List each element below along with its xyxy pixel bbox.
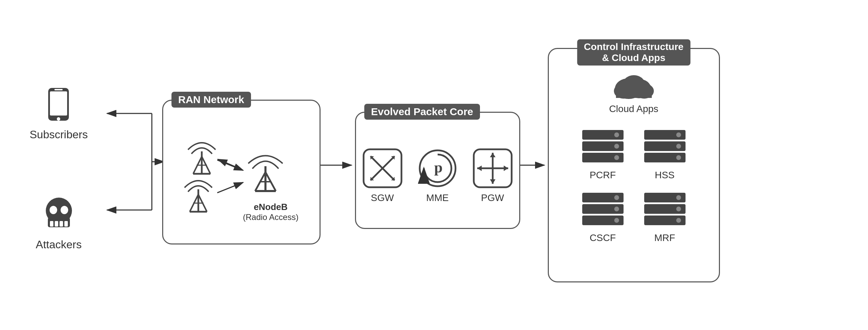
pcrf-icon <box>581 128 625 166</box>
attacker-label: Attackers <box>36 238 82 251</box>
svg-marker-52 <box>504 166 508 171</box>
svg-point-86 <box>676 218 681 223</box>
svg-rect-13 <box>64 221 68 227</box>
sgw-icon <box>362 148 403 189</box>
subscriber-label: Subscribers <box>30 128 88 141</box>
mrf-server: MRF <box>642 191 687 243</box>
phone-icon <box>43 86 74 124</box>
network-diagram: Subscribers Attackers <box>21 10 847 320</box>
svg-point-70 <box>676 132 681 137</box>
ran-towers-container: eNodeB (Radio Access) <box>176 132 307 222</box>
epc-ctrl-arrow <box>520 48 548 282</box>
svg-line-38 <box>218 159 242 170</box>
sgw-label: SGW <box>371 192 394 203</box>
ran-box-label: RAN Network <box>171 92 251 108</box>
mme-label: MME <box>426 192 449 203</box>
epc-box-label: Evolved Packet Core <box>364 104 480 120</box>
mrf-label: MRF <box>654 232 675 243</box>
cscf-label: CSCF <box>589 232 616 243</box>
svg-point-78 <box>614 207 619 211</box>
attacker-actor: Attackers <box>36 196 82 251</box>
pgw-icon <box>472 148 513 189</box>
svg-text:p: p <box>434 159 442 176</box>
svg-rect-12 <box>60 221 63 227</box>
svg-point-64 <box>614 132 619 137</box>
pcrf-label: PCRF <box>589 170 616 181</box>
svg-point-84 <box>676 207 681 211</box>
epc-nodes: SGW p MME <box>362 148 513 203</box>
svg-point-4 <box>57 117 60 121</box>
pcrf-server: PCRF <box>581 128 625 181</box>
hss-label: HSS <box>655 170 675 181</box>
cscf-icon <box>581 191 625 229</box>
ctrl-box-label: Control Infrastructure& Cloud Apps <box>577 39 690 66</box>
cloud-apps-section: Cloud Apps <box>609 70 658 114</box>
servers-grid: PCRF HSS <box>581 128 687 243</box>
mrf-icon <box>642 191 687 229</box>
pgw-label: PGW <box>481 192 504 203</box>
ran-network-box: RAN Network <box>162 100 321 244</box>
hss-icon <box>642 128 687 166</box>
mme-node: p MME <box>417 148 458 203</box>
svg-rect-11 <box>55 221 58 227</box>
svg-point-66 <box>614 144 619 149</box>
svg-rect-62 <box>616 90 652 98</box>
ran-epc-arrow <box>321 107 355 224</box>
svg-rect-3 <box>50 91 67 116</box>
actor-arrows <box>97 86 166 244</box>
svg-marker-55 <box>490 179 495 184</box>
sgw-node: SGW <box>362 148 403 203</box>
skull-icon <box>42 196 76 234</box>
svg-rect-10 <box>50 221 53 227</box>
svg-point-68 <box>614 155 619 160</box>
epc-box: Evolved Packet Core SGW <box>355 112 520 229</box>
actors-column: Subscribers Attackers <box>21 79 97 251</box>
ctrl-infra-box: Control Infrastructure& Cloud Apps Cloud… <box>548 48 720 282</box>
cloud-icon <box>610 70 658 101</box>
mme-icon: p <box>417 148 458 189</box>
svg-point-9 <box>61 206 68 214</box>
svg-rect-5 <box>54 89 63 90</box>
hss-server: HSS <box>642 128 687 181</box>
enodeb-label: eNodeB (Radio Access) <box>243 202 299 222</box>
cloud-apps-label: Cloud Apps <box>609 103 658 114</box>
svg-marker-54 <box>490 153 495 157</box>
cscf-server: CSCF <box>581 191 625 243</box>
pgw-node: PGW <box>472 148 513 203</box>
svg-point-76 <box>614 195 619 200</box>
svg-point-74 <box>676 155 681 160</box>
svg-point-72 <box>676 144 681 149</box>
svg-point-82 <box>676 195 681 200</box>
subscriber-actor: Subscribers <box>30 86 88 141</box>
svg-marker-51 <box>477 166 482 171</box>
svg-point-8 <box>50 206 57 214</box>
svg-line-37 <box>217 182 243 193</box>
svg-point-80 <box>614 218 619 223</box>
